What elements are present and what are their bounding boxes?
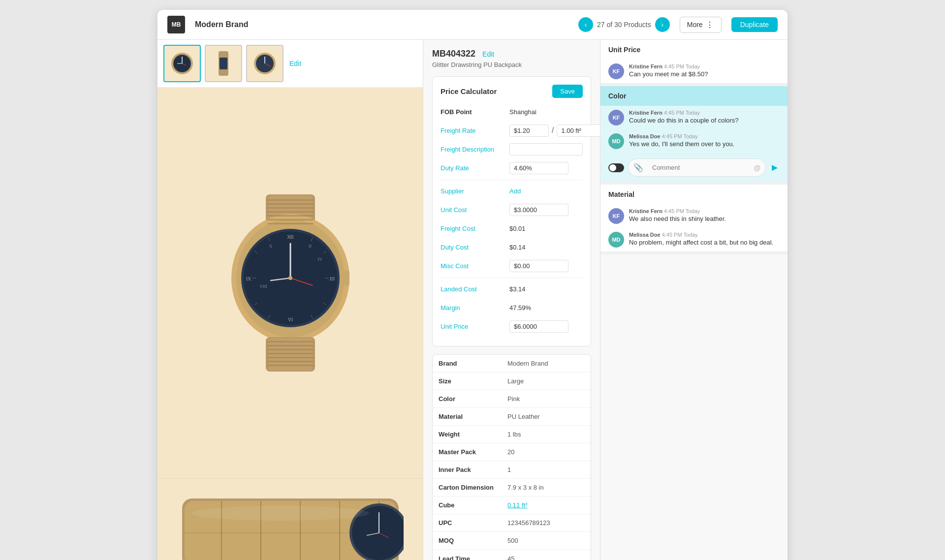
comment-time-5: 4:45 PM Today — [662, 232, 698, 238]
product-edit-link[interactable]: Edit — [482, 50, 494, 58]
svg-rect-58 — [267, 365, 314, 366]
svg-text:III: III — [330, 276, 335, 281]
spec-value: 123456789123 — [502, 515, 556, 530]
comment-content-5: Melissa Doe 4:45 PM Today No problem, mi… — [629, 232, 780, 246]
spec-label: Size — [433, 373, 502, 389]
freight-desc-input[interactable] — [509, 143, 583, 156]
margin-label: Margin — [441, 304, 509, 311]
unit-price-label: Unit Price — [441, 323, 509, 330]
more-button[interactable]: More ⋮ — [680, 17, 722, 33]
specs-table: BrandModern BrandSizeLargeColorPinkMater… — [432, 354, 591, 560]
spec-label: Color — [433, 391, 502, 406]
product-image-main: XII VI IX III X II VIII IV — [158, 88, 423, 478]
calc-row-unit-price: Unit Price — [441, 319, 583, 333]
avatar-kf-3: KF — [608, 208, 624, 224]
material-header: Material — [600, 185, 788, 204]
unit-price-input[interactable] — [509, 320, 568, 333]
calc-row-freight-desc: Freight Description — [441, 142, 583, 156]
freight-unit-input[interactable] — [557, 124, 600, 137]
comment-time-3: 4:45 PM Today — [662, 133, 698, 139]
thumbnail-1[interactable] — [163, 45, 201, 82]
calc-row-fob: FOB Point Shanghai — [441, 105, 583, 119]
spec-row: MOQ500 — [433, 532, 591, 550]
save-button[interactable]: Save — [552, 85, 583, 98]
left-panel: Edit XII VI IX III — [158, 40, 423, 560]
product-id: MB404322 — [432, 49, 475, 59]
svg-rect-47 — [267, 207, 314, 209]
add-supplier-link[interactable]: Add — [509, 187, 521, 195]
comment-author-2: Kristine Fern — [629, 110, 662, 116]
send-icon[interactable]: ► — [770, 162, 780, 173]
color-comment-2: MD Melissa Doe 4:45 PM Today Yes we do, … — [600, 129, 788, 153]
toggle-switch[interactable] — [608, 163, 624, 172]
prev-button[interactable]: ‹ — [578, 17, 593, 32]
spec-row: ColorPink — [433, 390, 591, 408]
comment-author-3: Melissa Doe — [629, 133, 661, 139]
spec-row: BrandModern Brand — [433, 355, 591, 373]
spec-label: Cube — [433, 498, 502, 513]
spec-row: SizeLarge — [433, 373, 591, 390]
calc-row-duty: Duty Rate — [441, 161, 583, 175]
freight-desc-label: Freight Description — [441, 146, 509, 153]
avatar-kf-2: KF — [608, 110, 624, 125]
comment-text-4: We also need this in shiny leather. — [629, 215, 780, 222]
more-dots-icon: ⋮ — [706, 20, 714, 30]
product-id-row: MB404322 Edit — [432, 49, 591, 59]
comment-author-5: Melissa Doe — [629, 232, 661, 238]
spec-value: 500 — [502, 533, 524, 548]
thumbnail-2[interactable] — [205, 45, 242, 82]
comment-input[interactable] — [646, 161, 751, 174]
more-label: More — [687, 21, 703, 29]
duplicate-button[interactable]: Duplicate — [731, 17, 778, 32]
svg-rect-52 — [267, 341, 314, 342]
unit-price-header: Unit Price — [600, 40, 788, 60]
calc-row-unit-cost: Unit Cost — [441, 203, 583, 217]
spec-row: Inner Pack1 — [433, 461, 591, 479]
duty-rate-input[interactable] — [509, 162, 568, 174]
at-icon[interactable]: @ — [754, 164, 761, 172]
comment-content-3: Melissa Doe 4:45 PM Today Yes we do, I'l… — [629, 133, 780, 148]
fob-label: FOB Point — [441, 108, 509, 116]
calc-row-landed: Landed Cost $3.14 — [441, 282, 583, 296]
svg-rect-51 — [267, 223, 314, 224]
freight-cost-label: Freight Cost — [441, 225, 509, 232]
misc-cost-input[interactable] — [509, 260, 568, 272]
product-image-bottom — [158, 478, 423, 560]
nav-controls: ‹ 27 of 30 Products › — [578, 17, 670, 32]
spec-label: Weight — [433, 427, 502, 442]
comment-meta-4: Kristine Fern 4:45 PM Today — [629, 208, 780, 214]
freight-rate-input[interactable] — [509, 124, 549, 137]
spec-label: Material — [433, 409, 502, 424]
middle-panel: MB404322 Edit Glitter Drawstring PU Back… — [423, 40, 600, 560]
supplier-label: Supplier — [441, 187, 509, 195]
calc-title: Price Calculator — [441, 87, 497, 95]
calc-row-misc-cost: Misc Cost — [441, 259, 583, 273]
color-section: Color KF Kristine Fern 4:45 PM Today Cou… — [600, 86, 788, 185]
svg-rect-56 — [267, 357, 314, 358]
thumbnail-row: Edit — [158, 40, 423, 88]
unit-price-section: Unit Price KF Kristine Fern 4:45 PM Toda… — [600, 40, 788, 86]
svg-rect-54 — [267, 349, 314, 350]
svg-rect-49 — [267, 215, 314, 217]
thumbnail-edit-link[interactable]: Edit — [289, 60, 301, 67]
main-layout: Edit XII VI IX III — [158, 40, 788, 560]
unit-cost-input[interactable] — [509, 204, 568, 216]
next-button[interactable]: › — [655, 17, 670, 32]
calc-row-supplier: Supplier Add — [441, 184, 583, 198]
calc-row-margin: Margin 47.59% — [441, 301, 583, 314]
landed-cost-label: Landed Cost — [441, 285, 509, 293]
calc-row-freight-cost: Freight Cost $0.01 — [441, 221, 583, 235]
attach-icon[interactable]: 📎 — [633, 163, 643, 172]
spec-value: 1 — [502, 462, 517, 477]
spec-label: Lead Time — [433, 551, 502, 560]
spec-value: 7.9 x 3 x 8 in — [502, 480, 550, 495]
comment-content-4: Kristine Fern 4:45 PM Today We also need… — [629, 208, 780, 222]
spec-row: Lead Time45 — [433, 550, 591, 560]
spec-label: Carton Dimension — [433, 480, 502, 495]
spec-value: Pink — [502, 391, 526, 406]
thumbnail-3[interactable] — [246, 45, 284, 82]
spec-value[interactable]: 0.11 ft² — [502, 498, 533, 513]
product-name: Glitter Drawstring PU Backpack — [432, 61, 591, 68]
comment-text-5: No problem, might affect cost a bit, but… — [629, 239, 780, 246]
spec-label: Brand — [433, 356, 502, 371]
